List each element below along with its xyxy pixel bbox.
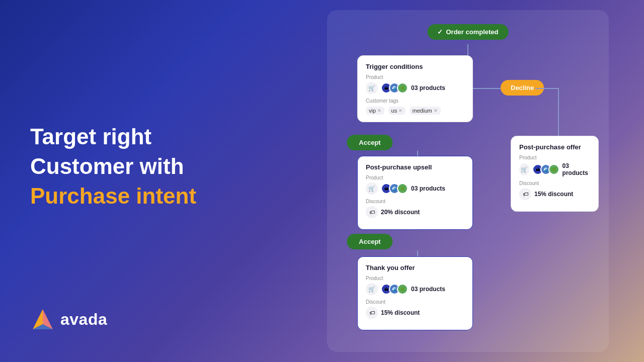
- cart-icon: 🛒: [366, 82, 378, 94]
- offer-product-row: 🛒 🏔 🌊 🌿 03 products: [519, 162, 590, 176]
- trigger-product-row: 🛒 🏔 🌊 🌿 03 products: [366, 82, 464, 94]
- thankyou-discount-label: Discount: [366, 299, 464, 305]
- headline-line2: Customer with: [30, 152, 242, 180]
- h-line-decline-right: [535, 88, 558, 89]
- tag-vip-remove[interactable]: ✕: [377, 108, 381, 113]
- thankyou-card-title: Thank you offer: [366, 264, 464, 272]
- thankyou-product-count: 03 products: [411, 286, 445, 293]
- tag-medium-remove[interactable]: ✕: [434, 108, 438, 113]
- tag-vip[interactable]: vip ✕: [366, 107, 384, 115]
- upsell-discount-icon: 🏷: [366, 206, 378, 218]
- trigger-product-count: 03 products: [411, 84, 445, 92]
- trigger-conditions-card: Trigger conditions Product 🛒 🏔 🌊 🌿 03 pr…: [357, 55, 473, 122]
- tag-us-remove[interactable]: ✕: [398, 108, 403, 113]
- tag-medium[interactable]: medium ✕: [410, 107, 441, 115]
- upsell-card-title: Post-purchase upsell: [366, 163, 464, 171]
- upsell-product-count: 03 products: [411, 185, 445, 192]
- headline-line1: Target right: [30, 123, 242, 150]
- flow-area: ✓ Order completed Trigger conditions Pro…: [292, 0, 644, 362]
- left-panel: Target right Customer with Purchase inte…: [30, 0, 242, 362]
- thankyou-product-icons: 🏔 🌊 🌿: [381, 284, 408, 295]
- upsell-discount-row: 🏷 20% discount: [366, 206, 464, 218]
- upsell-product-row: 🛒 🏔 🌊 🌿 03 products: [366, 183, 464, 195]
- h-line-to-decline: [473, 88, 501, 89]
- trigger-product-label: Product: [366, 74, 464, 80]
- offer-discount-label: Discount: [519, 180, 590, 186]
- order-completed-label: Order completed: [446, 28, 498, 36]
- tag-us[interactable]: us ✕: [388, 107, 406, 115]
- offer-card-title: Post-purchase offer: [519, 143, 590, 151]
- upsell-product-icons: 🏔 🌊 🌿: [381, 183, 408, 194]
- thankyou-card: Thank you offer Product 🛒 🏔 🌊 🌿 03 produ…: [357, 256, 473, 330]
- offer-product-label: Product: [519, 155, 590, 160]
- thankyou-discount-icon: 🏷: [366, 307, 378, 319]
- logo-text: avada: [60, 310, 107, 329]
- upsell-discount-value: 20% discount: [381, 209, 420, 216]
- upsell-discount-label: Discount: [366, 199, 464, 204]
- offer-product-icons: 🏔 🌊 🌿: [532, 164, 559, 175]
- trigger-product-icons: 🏔 🌊 🌿: [381, 82, 408, 94]
- offer-product-count: 03 products: [562, 162, 590, 176]
- upsell-card: Post-purchase upsell Product 🛒 🏔 🌊 🌿 03 …: [357, 156, 473, 230]
- thankyou-product-label: Product: [366, 276, 464, 281]
- checkmark-icon: ✓: [437, 28, 443, 36]
- upsell-product-label: Product: [366, 175, 464, 180]
- upsell-product-icon-3: 🌿: [397, 183, 408, 194]
- trigger-card-title: Trigger conditions: [366, 63, 464, 70]
- offer-cart-icon: 🛒: [519, 163, 529, 175]
- thankyou-product-icon-3: 🌿: [397, 284, 408, 295]
- thankyou-cart-icon: 🛒: [366, 283, 378, 295]
- flow-container: ✓ Order completed Trigger conditions Pro…: [327, 10, 609, 352]
- offer-card: Post-purchase offer Product 🛒 🏔 🌊 🌿 03 p…: [511, 136, 599, 212]
- offer-discount-value: 15% discount: [534, 191, 573, 198]
- accept-button-1[interactable]: Accept: [347, 135, 392, 150]
- order-completed-pill: ✓ Order completed: [427, 24, 508, 40]
- thankyou-discount-row: 🏷 15% discount: [366, 307, 464, 319]
- headline-line3: Purchase intent: [30, 182, 242, 210]
- trigger-tags-label: Customer tags: [366, 98, 464, 104]
- product-icon-3: 🌿: [397, 82, 408, 94]
- offer-discount-icon: 🏷: [519, 188, 531, 200]
- avada-logo-icon: [30, 307, 55, 332]
- thankyou-product-row: 🛒 🏔 🌊 🌿 03 products: [366, 283, 464, 295]
- offer-discount-row: 🏷 15% discount: [519, 188, 590, 200]
- offer-product-icon-3: 🌿: [548, 164, 559, 175]
- thankyou-discount-value: 15% discount: [381, 309, 420, 316]
- trigger-tags-row: vip ✕ us ✕ medium ✕: [366, 106, 464, 115]
- accept-button-2[interactable]: Accept: [347, 234, 392, 249]
- upsell-cart-icon: 🛒: [366, 183, 378, 195]
- logo-area: avada: [30, 307, 107, 332]
